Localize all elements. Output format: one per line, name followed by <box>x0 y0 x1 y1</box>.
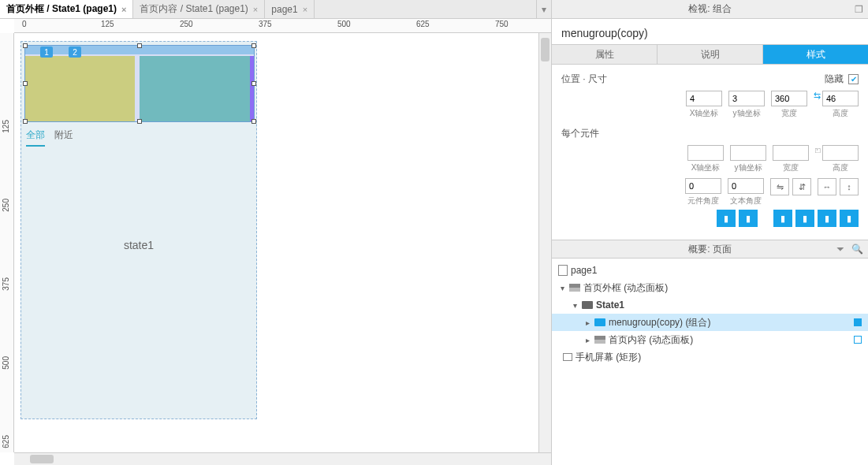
chevron-down-icon[interactable]: ▾ <box>571 301 579 310</box>
tab-near[interactable]: 附近 <box>54 128 73 147</box>
w2-input[interactable] <box>773 145 809 161</box>
resize-handle[interactable] <box>251 119 256 124</box>
x2-label: X轴坐标 <box>691 162 721 173</box>
text-rotation-label: 文本角度 <box>730 195 762 206</box>
resize-handle[interactable] <box>137 43 142 48</box>
height-label: 高度 <box>833 108 848 119</box>
outline-page[interactable]: page1 <box>552 262 868 279</box>
x-input[interactable] <box>686 91 722 106</box>
resize-handle[interactable] <box>23 119 28 124</box>
outline-title-bar: 概要: 页面 ⏷🔍 <box>552 240 868 259</box>
chevron-right-icon[interactable]: ▸ <box>583 336 591 344</box>
panel-icon <box>569 284 580 292</box>
tab-filler <box>315 0 537 18</box>
tab-outer-frame[interactable]: 首页外框 / State1 (page1)× <box>0 0 133 18</box>
align-right-icon[interactable]: ▮ <box>773 210 792 227</box>
hide-checkbox[interactable]: ✔ <box>848 74 859 84</box>
outline-tree: page1 ▾首页外框 (动态面板) ▾State1 ▸menugroup(co… <box>552 259 868 465</box>
ruler-label: 0 <box>22 20 27 28</box>
resize-handle[interactable] <box>251 81 256 86</box>
autosize-w-icon[interactable]: ↔ <box>818 178 836 195</box>
tab-notes[interactable]: 说明 <box>657 44 762 65</box>
close-icon[interactable]: × <box>253 5 258 14</box>
outline-content-panel[interactable]: ▸首页内容 (动态面板) <box>552 331 868 348</box>
close-icon[interactable]: × <box>121 5 126 14</box>
visibility-icon[interactable] <box>854 336 862 344</box>
ruler-label: 500 <box>2 356 10 370</box>
tab-label: page1 <box>271 4 297 15</box>
scrollbar-horizontal[interactable] <box>14 452 551 465</box>
outline-label: page1 <box>571 265 597 276</box>
resize-handle[interactable] <box>137 119 142 124</box>
scrollbar-thumb[interactable] <box>541 38 549 61</box>
tab-all[interactable]: 全部 <box>26 128 45 147</box>
tab-properties[interactable]: 属性 <box>552 44 657 65</box>
width-input[interactable] <box>771 91 807 106</box>
chevron-down-icon[interactable]: ▾ <box>558 284 566 292</box>
outline-state1[interactable]: ▾State1 <box>552 296 868 314</box>
resize-handle[interactable] <box>23 43 28 48</box>
y-label: y轴坐标 <box>733 108 761 119</box>
width-label: 宽度 <box>781 108 797 119</box>
align-bottom-icon[interactable]: ▮ <box>840 210 859 227</box>
ruler-horizontal: 0 125 250 375 500 625 750 <box>14 19 551 33</box>
y2-input[interactable] <box>730 145 766 161</box>
search-icon[interactable]: 🔍 <box>851 244 863 255</box>
h2-label: 高度 <box>833 162 848 173</box>
align-center-icon[interactable]: ▮ <box>739 210 758 227</box>
tab-dropdown-icon[interactable]: ▾ <box>537 0 551 18</box>
scrollbar-thumb[interactable] <box>30 455 54 463</box>
align-left-icon[interactable]: ▮ <box>717 210 736 227</box>
align-top-icon[interactable]: ▮ <box>795 210 814 227</box>
outline-label: State1 <box>596 299 624 311</box>
ruler-label: 375 <box>259 20 272 28</box>
x2-input[interactable] <box>687 145 724 161</box>
page-icon[interactable]: ❐ <box>855 4 863 15</box>
text-rotation-input[interactable] <box>728 178 764 194</box>
ruler-label: 125 <box>2 120 10 133</box>
flip-v-icon[interactable]: ⇵ <box>792 178 811 195</box>
page-frame[interactable]: 1 2 全部 附近 state1 <box>20 41 257 419</box>
tab-style[interactable]: 样式 <box>762 44 868 65</box>
flip-h-icon[interactable]: ⇋ <box>770 178 789 195</box>
resize-handle[interactable] <box>23 81 28 86</box>
inspector-title-bar: 检视: 组合 ❐ <box>552 0 868 19</box>
autosize-h-icon[interactable]: ↕ <box>840 178 859 195</box>
ruler-label: 625 <box>2 435 10 448</box>
visibility-icon[interactable] <box>854 318 862 326</box>
selection-box[interactable] <box>24 45 255 122</box>
link-wh-icon[interactable]: ⇆ <box>814 91 821 101</box>
ruler-label: 750 <box>495 20 509 28</box>
height-input[interactable] <box>822 91 859 106</box>
outline-menugroup[interactable]: ▸menugroup(copy) (组合) <box>552 314 868 331</box>
outline-outer-panel[interactable]: ▾首页外框 (动态面板) <box>552 279 868 296</box>
rotation-label: 元件角度 <box>687 195 719 206</box>
align-middle-icon[interactable]: ▮ <box>818 210 836 227</box>
group-icon <box>594 318 605 326</box>
rotation-input[interactable] <box>685 178 721 194</box>
tab-label: 首页外框 / State1 (page1) <box>6 2 117 16</box>
content-tabs: 全部 附近 <box>26 128 73 147</box>
tab-content[interactable]: 首页内容 / State1 (page1)× <box>133 0 265 18</box>
outline-label: 首页外框 (动态面板) <box>583 281 668 295</box>
link-wh2-icon[interactable]: ⏍ <box>815 145 821 154</box>
inspector-tabs: 属性 说明 样式 <box>552 44 868 65</box>
state-label: state1 <box>21 239 256 251</box>
y-input[interactable] <box>728 91 765 106</box>
order-badge-1: 1 <box>40 46 53 58</box>
filter-icon[interactable]: ⏷ <box>836 244 845 255</box>
panel-icon <box>594 336 605 344</box>
rect-icon <box>563 353 572 361</box>
w2-label: 宽度 <box>783 162 799 173</box>
scrollbar-vertical[interactable] <box>538 33 551 452</box>
close-icon[interactable]: × <box>303 5 307 14</box>
resize-handle[interactable] <box>251 43 256 48</box>
tab-page1[interactable]: page1× <box>265 0 315 18</box>
outline-label: 手机屏幕 (矩形) <box>576 351 641 364</box>
chevron-right-icon[interactable]: ▸ <box>583 318 591 327</box>
h2-input[interactable] <box>822 145 859 161</box>
outline-phone-rect[interactable]: 手机屏幕 (矩形) <box>552 348 868 366</box>
ruler-label: 250 <box>2 199 10 212</box>
hide-label: 隐藏 <box>825 73 844 86</box>
canvas[interactable]: 1 2 全部 附近 state1 <box>14 33 551 452</box>
